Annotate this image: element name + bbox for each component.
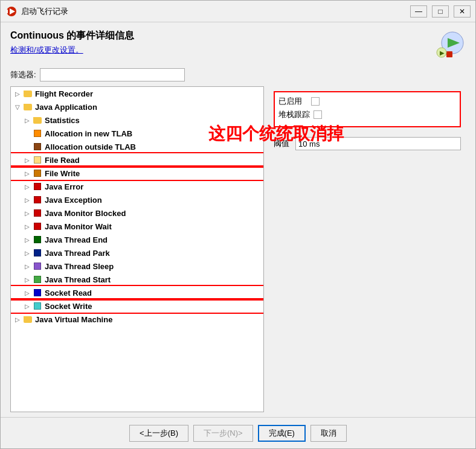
tree-item-flight-recorder[interactable]: ▷ Flight Recorder [11, 87, 263, 100]
color-icon-allocation-new-tlab [33, 129, 42, 138]
stacktrace-checkbox[interactable] [314, 110, 322, 119]
expand-icon-java-error: ▷ [23, 182, 31, 191]
tree-item-java-thread-park[interactable]: ▷ Java Thread Park [11, 246, 263, 260]
item-label-java-error: Java Error [45, 182, 83, 191]
item-label-statistics: Statistics [45, 116, 80, 125]
filter-label: 筛选器: [10, 69, 36, 80]
color-icon-socket-write [33, 301, 42, 311]
item-label-java-virtual-machine: Java Virtual Machine [35, 315, 112, 324]
stacktrace-row: 堆栈跟踪 [278, 109, 456, 120]
color-icon-java-monitor-blocked [33, 208, 42, 218]
tree-panel[interactable]: ▷ Flight Recorder ▽ Java Application [10, 86, 264, 412]
color-icon-java-error [33, 182, 42, 191]
expand-icon-java-virtual-machine: ▷ [13, 315, 22, 323]
enabled-label: 已启用 [278, 96, 307, 107]
expand-icon-java-monitor-blocked: ▷ [23, 209, 31, 217]
window-controls: — □ ✕ [410, 5, 471, 18]
item-label-java-thread-end: Java Thread End [45, 235, 108, 244]
page-title: Continuous 的事件详细信息 [10, 30, 134, 42]
color-icon-allocation-outside-tlab [33, 142, 42, 151]
main-window: 启动飞行记录 — □ ✕ Continuous 的事件详细信息 检测和/或更改设… [0, 0, 476, 449]
svg-rect-5 [446, 51, 452, 57]
enabled-row: 已启用 [278, 96, 456, 107]
page-subtitle[interactable]: 检测和/或更改设置。 [10, 45, 134, 56]
window-title: 启动飞行记录 [21, 6, 410, 17]
close-button[interactable]: ✕ [454, 5, 471, 18]
expand-icon-socket-read: ▷ [23, 288, 31, 297]
item-label-java-monitor-wait: Java Monitor Wait [45, 222, 112, 231]
expand-icon-java-thread-start: ▷ [23, 275, 31, 284]
tree-item-java-error[interactable]: ▷ Java Error [11, 180, 263, 193]
tree-item-statistics[interactable]: ▷ Statistics [11, 113, 263, 127]
expand-icon-statistics: ▷ [23, 116, 31, 124]
item-label-flight-recorder: Flight Recorder [35, 89, 93, 98]
tree-item-java-monitor-blocked[interactable]: ▷ Java Monitor Blocked [11, 206, 263, 220]
tree-item-java-monitor-wait[interactable]: ▷ Java Monitor Wait [11, 220, 263, 233]
content-area: Continuous 的事件详细信息 检测和/或更改设置。 ▶ 筛 [1, 22, 475, 417]
tree-item-socket-write[interactable]: ▷ Socket Write [11, 299, 263, 313]
minimize-button[interactable]: — [410, 5, 427, 18]
tree-item-java-application[interactable]: ▽ Java Application [11, 100, 263, 113]
expand-icon-java-exception: ▷ [23, 196, 31, 204]
tree-item-file-write[interactable]: ▷ File Write [11, 167, 263, 180]
tree-item-java-thread-end[interactable]: ▷ Java Thread End [11, 233, 263, 246]
folder-icon-java-virtual-machine [23, 314, 33, 324]
back-button[interactable]: <上一步(B) [129, 425, 188, 442]
title-bar: 启动飞行记录 — □ ✕ [1, 1, 475, 22]
enabled-checkbox[interactable] [311, 97, 320, 106]
folder-icon-statistics [33, 115, 42, 125]
maximize-button[interactable]: □ [432, 5, 449, 18]
item-label-java-application: Java Application [35, 103, 97, 112]
tree-item-java-thread-sleep[interactable]: ▷ Java Thread Sleep [11, 260, 263, 273]
threshold-input[interactable] [295, 137, 461, 150]
tree-item-java-exception[interactable]: ▷ Java Exception [11, 193, 263, 206]
filter-input[interactable] [40, 68, 185, 81]
item-label-socket-read: Socket Read [45, 288, 92, 298]
color-icon-java-monitor-wait [33, 221, 42, 231]
filter-row: 筛选器: [10, 68, 466, 81]
bottom-bar: <上一步(B) 下一步(N)> 完成(E) 取消 [1, 417, 475, 448]
finish-button[interactable]: 完成(E) [258, 425, 306, 442]
header-text: Continuous 的事件详细信息 检测和/或更改设置。 [10, 30, 134, 56]
folder-icon-flight-recorder [23, 89, 33, 98]
expand-icon-allocation-new-tlab [23, 129, 31, 138]
app-icon [5, 5, 18, 18]
item-label-socket-write: Socket Write [45, 302, 92, 311]
item-label-file-write: File Write [45, 169, 80, 178]
item-label-java-thread-park: Java Thread Park [45, 249, 110, 258]
color-icon-java-thread-start [33, 275, 42, 284]
color-icon-java-thread-park [33, 248, 42, 258]
tree-item-java-virtual-machine[interactable]: ▷ Java Virtual Machine [11, 313, 263, 326]
tree-item-allocation-new-tlab[interactable]: Allocation in new TLAB [11, 127, 263, 140]
expand-icon-file-write: ▷ [23, 169, 31, 177]
expand-icon-flight-recorder: ▷ [13, 89, 22, 98]
tree-item-java-thread-start[interactable]: ▷ Java Thread Start [11, 273, 263, 286]
item-label-file-read: File Read [45, 156, 80, 165]
tree-item-allocation-outside-tlab[interactable]: Allocation outside TLAB [11, 140, 263, 153]
item-label-java-thread-sleep: Java Thread Sleep [45, 262, 114, 271]
color-icon-file-read [33, 155, 42, 165]
folder-icon-java-application [23, 102, 33, 112]
expand-icon-java-thread-end: ▷ [23, 235, 31, 244]
right-panel: 已启用 堆栈跟踪 阈值 这四个统统取消掉 [269, 86, 466, 412]
tree-item-file-read[interactable]: ▷ File Read [11, 153, 263, 167]
expand-icon-allocation-outside-tlab [23, 142, 31, 151]
next-button[interactable]: 下一步(N)> [193, 425, 253, 442]
main-panel: ▷ Flight Recorder ▽ Java Application [10, 86, 466, 412]
header-section: Continuous 的事件详细信息 检测和/或更改设置。 ▶ [10, 30, 466, 66]
svg-text:▶: ▶ [440, 49, 445, 56]
color-icon-java-thread-end [33, 235, 42, 244]
color-icon-socket-read [33, 288, 42, 298]
tree-item-socket-read[interactable]: ▷ Socket Read [11, 286, 263, 299]
item-label-java-thread-start: Java Thread Start [45, 275, 111, 284]
expand-icon-file-read: ▷ [23, 156, 31, 164]
item-label-allocation-new-tlab: Allocation in new TLAB [45, 129, 132, 138]
expand-icon-java-application: ▽ [13, 103, 22, 111]
color-icon-java-exception [33, 195, 42, 205]
properties-section: 已启用 堆栈跟踪 [274, 91, 461, 127]
expand-icon-socket-write: ▷ [23, 302, 31, 310]
logo-area: ▶ [429, 30, 466, 66]
color-icon-file-write [33, 168, 42, 178]
cancel-button[interactable]: 取消 [310, 425, 347, 442]
color-icon-java-thread-sleep [33, 261, 42, 271]
